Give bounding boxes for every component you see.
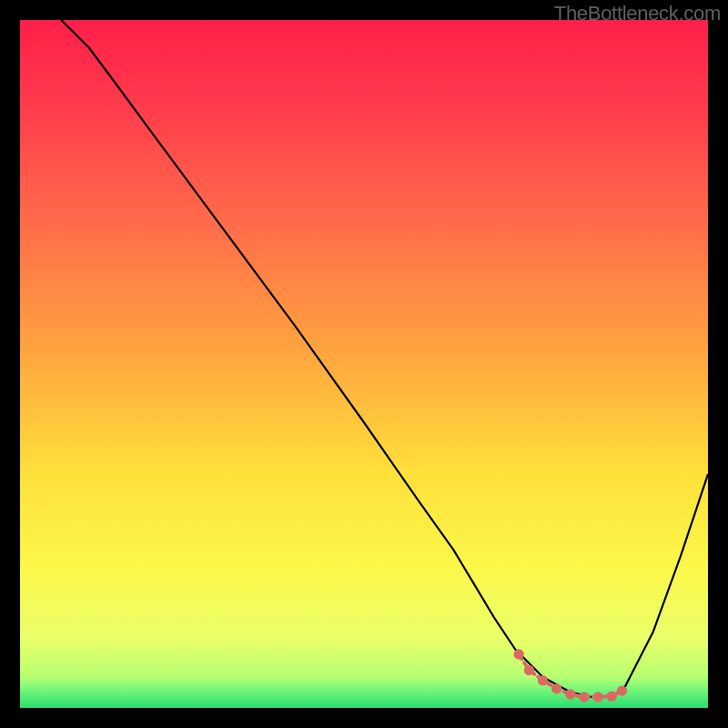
plot-area [20, 20, 708, 708]
highlight-marker [606, 691, 616, 701]
chart-root: TheBottleneck.com [0, 0, 728, 728]
highlight-marker [565, 689, 575, 699]
gradient-background [20, 20, 708, 708]
highlight-marker [592, 692, 602, 702]
highlight-marker [524, 665, 534, 675]
watermark-text: TheBottleneck.com [554, 2, 721, 25]
highlight-marker [579, 692, 589, 702]
highlight-marker [513, 649, 523, 659]
highlight-marker [551, 683, 561, 693]
highlight-marker [617, 685, 627, 695]
chart-svg [20, 20, 708, 708]
highlight-marker [538, 675, 548, 685]
